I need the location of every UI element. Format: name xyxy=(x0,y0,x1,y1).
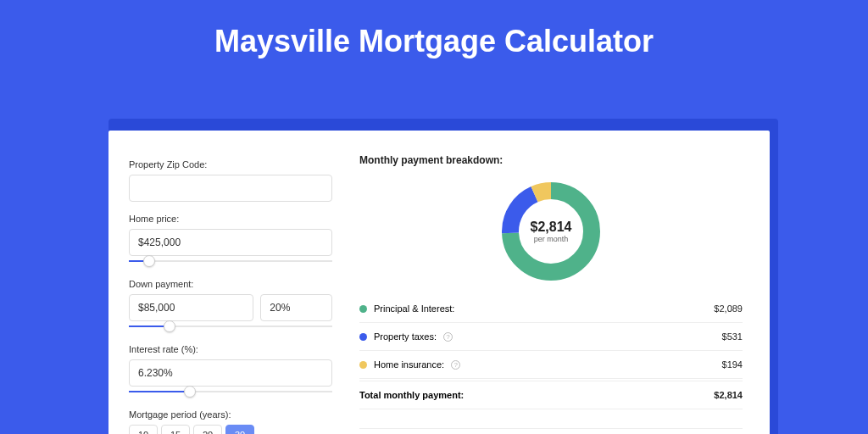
breakdown-label: Principal & Interest: xyxy=(374,303,454,314)
interest-slider[interactable] xyxy=(129,386,332,398)
slider-thumb[interactable] xyxy=(143,255,155,267)
donut-total: $2,814 xyxy=(531,220,572,235)
zip-label: Property Zip Code: xyxy=(129,159,332,170)
slider-thumb[interactable] xyxy=(184,386,196,398)
home-price-input[interactable] xyxy=(129,229,332,256)
calculator-card-wrap: Property Zip Code: Home price: Down paym… xyxy=(108,119,778,434)
total-value: $2,814 xyxy=(714,390,743,400)
breakdown-row-taxes: Property taxes: ? $531 xyxy=(359,323,743,351)
dot-icon xyxy=(359,361,367,369)
breakdown-value: $531 xyxy=(722,331,743,342)
period-btn-20[interactable]: 20 xyxy=(193,425,222,434)
donut-sub: per month xyxy=(534,235,569,243)
zip-input[interactable] xyxy=(129,175,332,202)
dot-icon xyxy=(359,333,367,341)
period-btn-15[interactable]: 15 xyxy=(161,425,190,434)
interest-input[interactable] xyxy=(129,359,332,387)
down-payment-slider[interactable] xyxy=(129,320,332,332)
interest-label: Interest rate (%): xyxy=(129,344,332,354)
down-payment-label: Down payment: xyxy=(129,279,332,289)
breakdown-value: $2,089 xyxy=(714,303,743,314)
down-payment-pct-input[interactable] xyxy=(260,294,332,321)
breakdown-row-principal: Principal & Interest: $2,089 xyxy=(359,295,743,323)
breakdown-column: Monthly payment breakdown: $2,814 per mo… xyxy=(359,154,743,434)
amortization-section: Amortization for mortgage loan Amortizat… xyxy=(359,428,743,434)
page-title: Maysville Mortgage Calculator xyxy=(0,0,868,80)
period-label: Mortgage period (years): xyxy=(129,409,332,420)
total-label: Total monthly payment: xyxy=(359,390,464,400)
dot-icon xyxy=(359,305,367,313)
down-payment-input[interactable] xyxy=(129,294,253,321)
input-column: Property Zip Code: Home price: Down paym… xyxy=(129,154,332,434)
breakdown-value: $194 xyxy=(722,359,743,370)
info-icon[interactable]: ? xyxy=(443,332,453,342)
slider-thumb[interactable] xyxy=(164,320,175,332)
info-icon[interactable]: ? xyxy=(451,360,460,370)
breakdown-label: Property taxes: xyxy=(374,331,437,342)
breakdown-row-insurance: Home insurance: ? $194 xyxy=(359,351,743,379)
donut-chart: $2,814 per month xyxy=(359,176,743,287)
period-btn-30[interactable]: 30 xyxy=(225,425,254,434)
breakdown-title: Monthly payment breakdown: xyxy=(359,154,743,166)
calculator-card: Property Zip Code: Home price: Down paym… xyxy=(108,131,770,434)
period-options: 10 15 20 30 xyxy=(129,425,332,434)
home-price-label: Home price: xyxy=(129,214,332,224)
period-btn-10[interactable]: 10 xyxy=(129,425,158,434)
breakdown-row-total: Total monthly payment: $2,814 xyxy=(359,381,743,409)
home-price-slider[interactable] xyxy=(129,255,332,267)
breakdown-label: Home insurance: xyxy=(374,359,444,370)
